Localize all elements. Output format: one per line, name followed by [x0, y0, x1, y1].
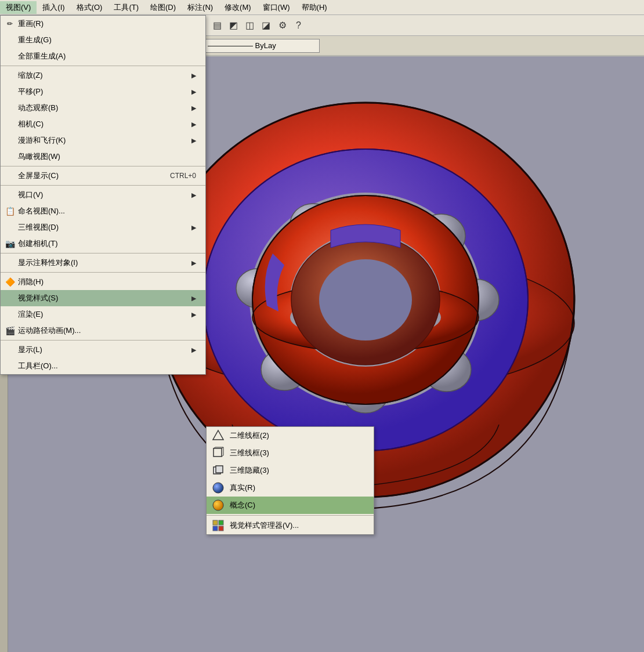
menu-zoom[interactable]: 缩放(Z) ▶ — [1, 67, 205, 84]
svg-point-21 — [319, 259, 412, 341]
menu-regen[interactable]: 重生成(G) — [1, 32, 205, 48]
menu-hide[interactable]: 🔶 消隐(H) — [1, 274, 205, 290]
menu-annotate[interactable]: 标注(N) — [182, 1, 219, 14]
viewports-arrow: ▶ — [191, 191, 196, 199]
menu-3dviews[interactable]: 三维视图(D) ▶ — [1, 219, 205, 236]
menu-render[interactable]: 渲染(E) ▶ — [1, 306, 205, 323]
menu-view[interactable]: 视图(V) — [0, 1, 37, 14]
divider-1 — [1, 66, 205, 66]
conceptual-icon — [211, 498, 225, 512]
divider-4 — [1, 253, 205, 253]
menu-tools[interactable]: 工具(T) — [108, 1, 144, 14]
submenu-3dwireframe[interactable]: 三维线框(3) — [207, 444, 374, 462]
svg-rect-39 — [219, 526, 223, 531]
3dwireframe-icon — [211, 446, 225, 460]
divider-6 — [1, 340, 205, 341]
menu-namedviews[interactable]: 📋 命名视图(N)... — [1, 203, 205, 219]
menu-format[interactable]: 格式(O) — [71, 1, 108, 14]
submenu-divider — [207, 515, 374, 516]
tool-btn-4[interactable]: ▤ — [210, 18, 225, 33]
divider-3 — [1, 185, 205, 186]
menu-motionpath[interactable]: 🎬 运动路径动画(M)... — [1, 323, 205, 339]
tool-btn-8[interactable]: ⚙ — [275, 18, 290, 33]
showanno-arrow: ▶ — [191, 259, 196, 267]
menu-viewports[interactable]: 视口(V) ▶ — [1, 187, 205, 203]
fullscreen-shortcut: CTRL+0 — [158, 172, 196, 180]
tool-btn-9[interactable]: ? — [291, 18, 306, 33]
linetype-label: —————— ByLay — [208, 41, 316, 50]
menu-window[interactable]: 窗口(W) — [257, 1, 296, 14]
tool-btn-5[interactable]: ◩ — [226, 18, 241, 33]
svg-rect-33 — [216, 466, 223, 473]
menu-visualstyles[interactable]: 视觉样式(S) ▶ — [1, 290, 205, 306]
3dviews-arrow: ▶ — [191, 224, 196, 231]
linetype-select[interactable]: —————— ByLay — [204, 39, 320, 53]
menu-camera[interactable]: 相机(C) ▶ — [1, 116, 205, 132]
svg-rect-36 — [213, 520, 218, 525]
motionpath-icon: 🎬 — [4, 325, 16, 336]
menu-regenall[interactable]: 全部重生成(A) — [1, 48, 205, 64]
svg-point-34 — [213, 483, 223, 493]
manager-icon — [211, 519, 225, 533]
menu-orbit[interactable]: 动态观察(B) ▶ — [1, 100, 205, 116]
realistic-icon — [211, 481, 225, 495]
tool-btn-7[interactable]: ◪ — [259, 18, 274, 33]
submenu-conceptual[interactable]: 概念(C) — [207, 497, 374, 514]
render-arrow: ▶ — [191, 311, 196, 318]
3dhidden-icon — [211, 463, 225, 477]
menu-draw[interactable]: 绘图(D) — [144, 1, 182, 14]
walkfly-arrow: ▶ — [191, 137, 196, 144]
zoom-arrow: ▶ — [191, 72, 196, 79]
menu-toolbars[interactable]: 工具栏(O)... — [1, 358, 205, 374]
view-dropdown-menu: ✏ 重画(R) 重生成(G) 全部重生成(A) 缩放(Z) ▶ 平移(P) ▶ … — [0, 15, 206, 375]
menu-display[interactable]: 显示(L) ▶ — [1, 342, 205, 358]
submenu-manager[interactable]: 视觉样式管理器(V)... — [207, 517, 374, 534]
redraw-icon: ✏ — [4, 18, 16, 30]
visualstyles-submenu: 二维线框(2) 三维线框(3) 三维隐藏(3) — [206, 426, 374, 535]
menu-createcamera[interactable]: 📷 创建相机(T) — [1, 236, 205, 252]
hide-icon: 🔶 — [4, 276, 16, 288]
menu-aerial[interactable]: 鸟瞰视图(W) — [1, 148, 205, 165]
visualstyles-arrow: ▶ — [191, 295, 196, 302]
menu-insert[interactable]: 插入(I) — [37, 1, 70, 14]
divider-2 — [1, 166, 205, 166]
svg-rect-26 — [214, 448, 222, 457]
namedviews-icon: 📋 — [4, 205, 16, 217]
svg-marker-25 — [213, 430, 223, 440]
menu-modify[interactable]: 修改(M) — [219, 1, 257, 14]
camera-arrow: ▶ — [191, 121, 196, 128]
tool-btn-6[interactable]: ◫ — [243, 18, 258, 33]
display-arrow: ▶ — [191, 346, 196, 354]
menu-walkfly[interactable]: 漫游和飞行(K) ▶ — [1, 132, 205, 148]
createcamera-icon: 📷 — [4, 238, 16, 249]
menu-help[interactable]: 帮助(H) — [296, 1, 333, 14]
2dwireframe-icon — [211, 429, 225, 443]
menu-pan[interactable]: 平移(P) ▶ — [1, 84, 205, 100]
divider-5 — [1, 272, 205, 273]
menu-fullscreen[interactable]: 全屏显示(C) CTRL+0 — [1, 168, 205, 184]
pan-arrow: ▶ — [191, 88, 196, 96]
submenu-2dwireframe[interactable]: 二维线框(2) — [207, 427, 374, 444]
svg-rect-37 — [219, 520, 223, 525]
menu-redraw[interactable]: ✏ 重画(R) — [1, 16, 205, 32]
menu-bar: 视图(V) 插入(I) 格式(O) 工具(T) 绘图(D) 标注(N) 修改(M… — [0, 0, 644, 15]
menu-showannotative[interactable]: 显示注释性对象(I) ▶ — [1, 255, 205, 271]
submenu-3dhidden[interactable]: 三维隐藏(3) — [207, 462, 374, 479]
orbit-arrow: ▶ — [191, 104, 196, 112]
svg-rect-38 — [213, 526, 218, 531]
svg-point-35 — [213, 500, 223, 510]
submenu-realistic[interactable]: 真实(R) — [207, 479, 374, 497]
